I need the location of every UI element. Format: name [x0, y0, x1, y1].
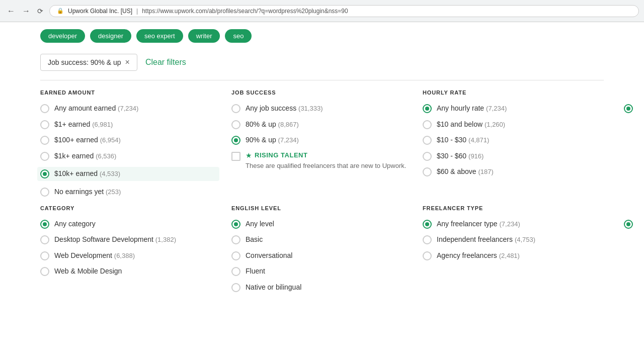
- radio-any-category[interactable]: [40, 220, 49, 229]
- english-native[interactable]: Native or bilingual: [231, 283, 411, 293]
- label-any-success: Any job success (31,333): [246, 104, 323, 114]
- english-basic[interactable]: Basic: [231, 235, 411, 245]
- count-webdev: (6,388): [114, 252, 135, 259]
- freelancer-independent[interactable]: Independent freelancers (4,753): [423, 235, 612, 245]
- tag-seo[interactable]: seo: [225, 29, 252, 43]
- hourly-rate-10-30[interactable]: $10 - $30 (4,871): [423, 135, 612, 145]
- tag-designer[interactable]: designer: [90, 29, 131, 43]
- radio-10-30[interactable]: [423, 136, 432, 145]
- count-1plus: (6,981): [92, 121, 113, 128]
- hourly-rate-10below[interactable]: $10 and below (1,260): [423, 120, 612, 130]
- radio-10below[interactable]: [423, 120, 432, 129]
- back-button[interactable]: ←: [5, 6, 17, 17]
- label-any-english: Any level: [246, 219, 274, 229]
- refresh-button[interactable]: ⟳: [35, 6, 45, 16]
- radio-fluent[interactable]: [231, 267, 240, 276]
- radio-10k[interactable]: [40, 169, 49, 178]
- tag-seo-expert[interactable]: seo expert: [136, 29, 183, 43]
- count-60above: (187): [478, 168, 494, 175]
- hourly-rate-30-60[interactable]: $30 - $60 (916): [423, 151, 612, 161]
- label-1k: $1k+ earned (6,536): [54, 151, 116, 161]
- label-100plus: $100+ earned (6,954): [54, 135, 121, 145]
- radio-none[interactable]: [40, 188, 49, 197]
- radio-100plus[interactable]: [40, 136, 49, 145]
- freelancer-agency[interactable]: Agency freelancers (2,481): [423, 251, 612, 261]
- radio-conversational[interactable]: [231, 251, 240, 260]
- radio-agency[interactable]: [423, 251, 432, 260]
- label-10-30: $10 - $30 (4,871): [437, 135, 489, 145]
- tags-row: developer designer seo expert writer seo: [40, 22, 604, 49]
- earned-amount-10k[interactable]: $10k+ earned (4,533): [37, 167, 219, 181]
- english-level-section: ENGLISH LEVEL Any level Basic Conversati…: [231, 205, 423, 299]
- category-webdev[interactable]: Web Development (6,388): [40, 251, 219, 261]
- label-any-hourly: Any hourly rate (7,234): [437, 104, 507, 114]
- radio-webdev[interactable]: [40, 251, 49, 260]
- category-section: CATEGORY Any category Desktop Software D…: [40, 205, 231, 299]
- label-any-freelancer: Any freelancer type (7,234): [437, 219, 520, 229]
- job-success-90[interactable]: 90% & up (7,234): [231, 135, 411, 145]
- hourly-rate-any[interactable]: Any hourly rate (7,234): [423, 104, 612, 114]
- bottom-overflow-section: LA: [624, 205, 636, 299]
- rising-talent-star-icon: ★: [246, 151, 252, 159]
- radio-1plus[interactable]: [40, 120, 49, 129]
- count-none: (253): [106, 188, 121, 196]
- count-agency: (2,481): [499, 252, 520, 259]
- earned-amount-any[interactable]: Any amount earned (7,234): [40, 104, 219, 114]
- label-10below: $10 and below (1,260): [437, 120, 505, 130]
- freelancer-any[interactable]: Any freelancer type (7,234): [423, 219, 612, 229]
- label-webdev: Web Development (6,388): [54, 251, 135, 261]
- radio-any-hourly[interactable]: [423, 104, 432, 113]
- forward-button[interactable]: →: [20, 6, 32, 17]
- address-bar[interactable]: 🔒 Upwork Global Inc. [US] | https://www.…: [49, 5, 639, 17]
- radio-any-freelancer[interactable]: [423, 220, 432, 229]
- radio-30-60[interactable]: [423, 152, 432, 161]
- radio-desktop[interactable]: [40, 235, 49, 244]
- category-any[interactable]: Any category: [40, 219, 219, 229]
- earned-amount-1plus[interactable]: $1+ earned (6,981): [40, 120, 219, 130]
- job-success-any[interactable]: Any job success (31,333): [231, 104, 411, 114]
- english-any[interactable]: Any level: [231, 219, 411, 229]
- rising-talent-option[interactable]: ★ RISING TALENT These are qualified free…: [231, 151, 411, 170]
- rising-talent-checkbox[interactable]: [231, 152, 240, 161]
- clear-filters-button[interactable]: Clear filters: [145, 58, 186, 67]
- label-any-category: Any category: [54, 219, 96, 229]
- tag-developer[interactable]: developer: [40, 29, 85, 43]
- label-conversational: Conversational: [246, 251, 292, 261]
- english-conversational[interactable]: Conversational: [231, 251, 411, 261]
- job-success-80[interactable]: 80% & up (8,867): [231, 120, 411, 130]
- earned-amount-none[interactable]: No earnings yet (253): [40, 187, 219, 197]
- filter-chip-close[interactable]: ×: [125, 58, 130, 66]
- radio-basic-english[interactable]: [231, 235, 240, 244]
- count-100plus: (6,954): [100, 136, 121, 144]
- label-any-amount: Any amount earned (7,234): [54, 104, 138, 114]
- lock-icon: 🔒: [57, 8, 64, 14]
- count-any-amount: (7,234): [118, 105, 138, 112]
- english-fluent[interactable]: Fluent: [231, 266, 411, 277]
- radio-independent[interactable]: [423, 235, 432, 244]
- radio-any-amount[interactable]: [40, 104, 49, 113]
- earned-amount-1k[interactable]: $1k+ earned (6,536): [40, 151, 219, 161]
- rising-talent-badge: ★ RISING TALENT: [246, 151, 307, 159]
- category-webmobile[interactable]: Web & Mobile Design: [40, 266, 219, 277]
- tag-writer[interactable]: writer: [188, 29, 220, 43]
- radio-90-success[interactable]: [231, 136, 240, 145]
- filter-chip-label: Job success: 90% & up: [48, 58, 121, 66]
- radio-webmobile[interactable]: [40, 267, 49, 276]
- radio-1k[interactable]: [40, 152, 49, 161]
- count-desktop: (1,382): [155, 236, 176, 243]
- radio-80-success[interactable]: [231, 120, 240, 129]
- english-level-title: ENGLISH LEVEL: [231, 205, 411, 211]
- radio-native[interactable]: [231, 283, 240, 292]
- label-native: Native or bilingual: [246, 283, 301, 293]
- earned-amount-100plus[interactable]: $100+ earned (6,954): [40, 135, 219, 145]
- radio-60above[interactable]: [423, 167, 432, 176]
- radio-any-success[interactable]: [231, 104, 240, 113]
- radio-any-english[interactable]: [231, 220, 240, 229]
- hourly-rate-60above[interactable]: $60 & above (187): [423, 167, 612, 177]
- label-30-60: $30 - $60 (916): [437, 151, 484, 161]
- job-success-filter-chip: Job success: 90% & up ×: [40, 54, 137, 71]
- category-desktop[interactable]: Desktop Software Development (1,382): [40, 235, 219, 245]
- label-fluent: Fluent: [246, 266, 265, 277]
- label-60above: $60 & above (187): [437, 167, 494, 177]
- radio-bottom-overflow: [624, 220, 633, 229]
